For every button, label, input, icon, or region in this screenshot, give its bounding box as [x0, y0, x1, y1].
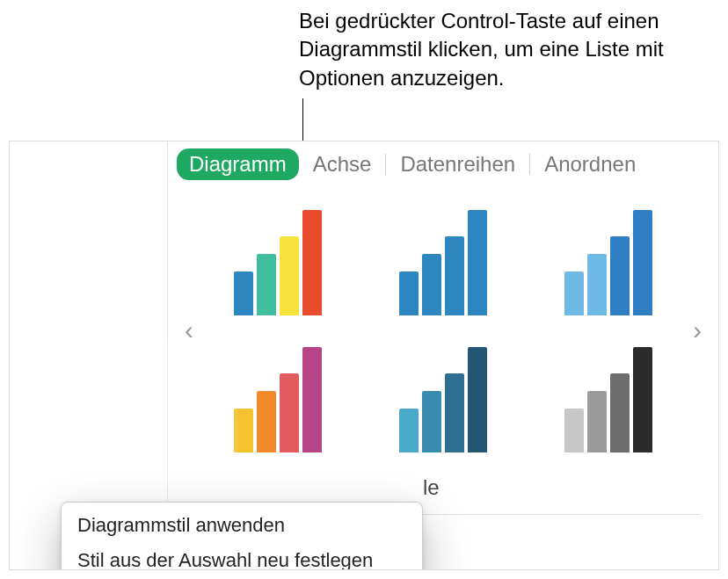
chart-style-2[interactable]	[370, 201, 516, 322]
chart-style-4[interactable]	[205, 338, 351, 460]
menu-item[interactable]: Stil aus der Auswahl neu festlegen	[62, 543, 422, 570]
format-inspector-panel: Diagramm Achse Datenreihen Anordnen ‹ › …	[9, 141, 719, 570]
bar-icon	[257, 254, 276, 315]
styles-next-button[interactable]: ›	[685, 194, 710, 467]
inspector-tabbar: Diagramm Achse Datenreihen Anordnen	[177, 148, 648, 180]
styles-prev-button[interactable]: ‹	[177, 194, 201, 467]
bar-icon	[610, 373, 630, 452]
bar-icon	[564, 409, 584, 452]
chart-style-context-menu: Diagrammstil anwendenStil aus der Auswah…	[61, 502, 423, 570]
chart-style-5[interactable]	[370, 338, 516, 460]
bar-icon	[445, 373, 464, 452]
bar-icon	[468, 210, 487, 315]
tab-separator	[529, 154, 530, 175]
bar-icon	[399, 409, 419, 452]
menu-item[interactable]: Diagrammstil anwenden	[62, 508, 422, 543]
tab-separator	[385, 154, 386, 175]
tab-axis[interactable]: Achse	[301, 148, 384, 180]
bar-icon	[399, 271, 419, 315]
chart-style-3[interactable]	[535, 201, 681, 322]
bar-icon	[302, 210, 322, 315]
bar-icon	[234, 271, 253, 315]
bar-icon	[468, 347, 487, 452]
bar-icon	[587, 254, 607, 315]
bar-icon	[445, 236, 464, 315]
bar-icon	[633, 210, 652, 315]
bar-icon	[234, 409, 253, 452]
bar-icon	[633, 347, 652, 452]
bar-icon	[564, 271, 584, 315]
chart-styles-area: ‹ ›	[177, 194, 710, 467]
callout-text: Bei gedrückter Control-Taste auf einen D…	[299, 7, 712, 92]
bar-icon	[302, 347, 322, 452]
chevron-right-icon: ›	[693, 315, 702, 345]
bar-icon	[422, 254, 441, 315]
bar-icon	[610, 236, 630, 315]
tab-series[interactable]: Datenreihen	[388, 148, 528, 180]
chart-options-label-fragment: le	[423, 475, 440, 500]
chart-style-6[interactable]	[535, 338, 681, 460]
tab-diagram[interactable]: Diagramm	[177, 148, 299, 180]
bar-icon	[280, 236, 299, 315]
bar-icon	[257, 391, 276, 452]
chevron-left-icon: ‹	[185, 315, 193, 345]
bar-icon	[422, 391, 441, 452]
bar-icon	[280, 373, 299, 452]
bar-icon	[587, 391, 607, 452]
tab-arrange[interactable]: Anordnen	[532, 148, 648, 180]
chart-style-1[interactable]	[205, 201, 351, 322]
chart-style-grid	[201, 194, 685, 467]
